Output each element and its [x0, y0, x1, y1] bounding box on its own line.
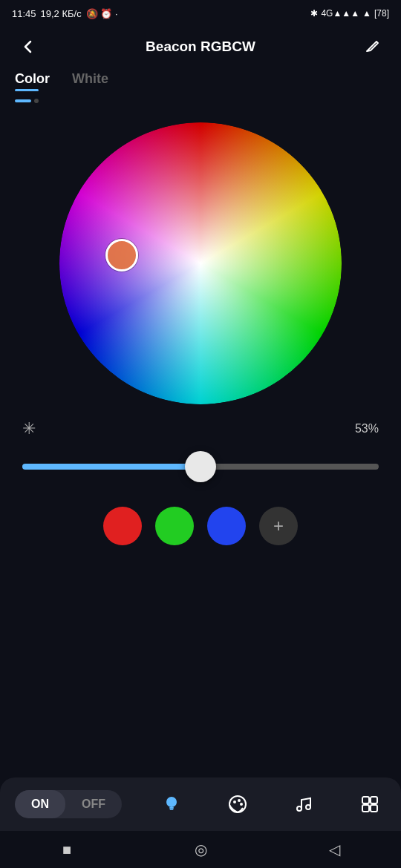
- on-button[interactable]: ON: [15, 790, 65, 818]
- svg-rect-4: [170, 809, 174, 811]
- svg-rect-12: [371, 797, 377, 803]
- notification-icons: 🔕 ⏰ ·: [86, 8, 118, 19]
- status-right: ✱ 4G▲▲▲ ▲ [78]: [310, 8, 389, 19]
- svg-rect-3: [169, 807, 174, 809]
- tab-white[interactable]: White: [72, 71, 108, 91]
- svg-point-7: [238, 799, 241, 802]
- tab-dot-inactive: [34, 99, 39, 103]
- color-wheel[interactable]: [59, 122, 342, 404]
- color-wheel-section: [0, 108, 401, 412]
- bulb-button[interactable]: [155, 788, 188, 821]
- status-bar: 11:45 19,2 КБ/с 🔕 ⏰ · ✱ 4G▲▲▲ ▲ [78]: [0, 0, 401, 27]
- svg-point-2: [166, 797, 177, 807]
- svg-point-6: [233, 800, 236, 803]
- tab-dot-active: [15, 99, 31, 102]
- header: Beacon RGBCW: [0, 27, 401, 71]
- add-preset-button[interactable]: +: [259, 507, 298, 545]
- nav-back-button[interactable]: ◁: [316, 835, 353, 864]
- palette-button[interactable]: [221, 788, 254, 821]
- svg-point-9: [297, 806, 301, 811]
- color-presets: +: [0, 489, 401, 560]
- bluetooth-icon: ✱: [310, 8, 318, 19]
- back-button[interactable]: [15, 33, 42, 60]
- brightness-row: ✳ 53%: [22, 419, 379, 438]
- brightness-slider[interactable]: [22, 444, 379, 489]
- nav-home-button[interactable]: ◎: [182, 835, 219, 864]
- tab-bar: Color White: [0, 71, 401, 91]
- svg-rect-13: [362, 805, 369, 812]
- preset-blue[interactable]: [207, 507, 246, 545]
- svg-point-10: [306, 805, 310, 809]
- svg-point-5: [229, 796, 246, 812]
- status-time: 11:45: [12, 8, 36, 19]
- brightness-icon: ✳: [22, 419, 36, 438]
- bottom-bar: ON OFF: [0, 777, 401, 831]
- color-wheel-container[interactable]: [59, 122, 342, 404]
- off-button[interactable]: OFF: [65, 790, 122, 818]
- brightness-area: ✳ 53%: [0, 419, 401, 489]
- preset-red[interactable]: [103, 507, 142, 545]
- signal-icon: 4G▲▲▲: [321, 8, 359, 19]
- status-network: 19,2 КБ/с: [41, 8, 82, 19]
- battery-icon: [78]: [374, 8, 389, 19]
- svg-rect-14: [371, 805, 377, 812]
- tab-color[interactable]: Color: [15, 71, 50, 91]
- on-off-group: ON OFF: [15, 790, 122, 818]
- preset-green[interactable]: [155, 507, 194, 545]
- music-button[interactable]: [287, 788, 320, 821]
- svg-rect-11: [362, 797, 369, 803]
- tab-indicator: [0, 99, 401, 103]
- grid-button[interactable]: [353, 788, 386, 821]
- edit-button[interactable]: [359, 33, 386, 60]
- status-left: 11:45 19,2 КБ/с 🔕 ⏰ ·: [12, 8, 118, 19]
- nav-stop-button[interactable]: ■: [48, 835, 85, 864]
- svg-point-1: [59, 122, 342, 404]
- brightness-percent: 53%: [355, 422, 379, 435]
- page-title: Beacon RGBCW: [146, 39, 255, 55]
- slider-thumb[interactable]: [185, 451, 216, 482]
- color-picker-handle[interactable]: [105, 239, 138, 272]
- wifi-icon: ▲: [362, 8, 371, 19]
- sys-nav: ■ ◎ ◁: [0, 831, 401, 868]
- svg-point-8: [240, 803, 243, 806]
